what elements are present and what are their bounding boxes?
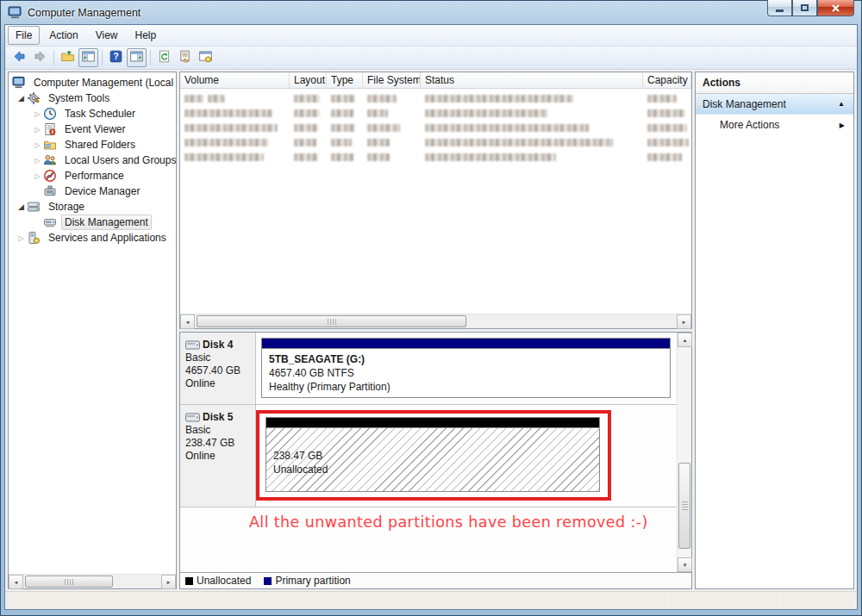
- refresh-icon: [157, 49, 172, 66]
- toolbar-separator: [102, 50, 103, 65]
- tree-item-task-scheduler[interactable]: ▷Task Scheduler: [9, 106, 176, 121]
- title-bar[interactable]: Computer Management: [4, 1, 858, 24]
- menu-help[interactable]: Help: [128, 26, 165, 45]
- expand-collapsed-icon[interactable]: ▷: [32, 172, 43, 180]
- toolbar-separator: [53, 50, 54, 65]
- redacted-text: [208, 95, 225, 103]
- scroll-thumb[interactable]: [678, 463, 690, 549]
- close-button[interactable]: [817, 0, 854, 16]
- actions-header: Actions: [696, 72, 853, 94]
- scroll-down-button[interactable]: ▾: [678, 557, 692, 572]
- folder-up-button[interactable]: [58, 48, 78, 67]
- volume-row-redacted[interactable]: [180, 90, 691, 105]
- graph-vertical-scrollbar[interactable]: ▴ ▾: [677, 333, 691, 572]
- expand-collapsed-icon[interactable]: ▷: [32, 110, 43, 118]
- properties-button[interactable]: [175, 48, 195, 67]
- show-console-tree-button[interactable]: [78, 48, 98, 67]
- redacted-text: [425, 124, 589, 132]
- redacted-text: [647, 95, 677, 103]
- tree-item-storage[interactable]: ◢Storage: [9, 199, 176, 215]
- scroll-left-button[interactable]: ◂: [180, 314, 195, 329]
- partition-body: 5TB_SEAGATE (G:)4657.40 GB NTFSHealthy (…: [262, 349, 670, 397]
- forward-button[interactable]: [30, 48, 50, 67]
- disk-row-disk-5: Disk 5Basic238.47 GBOnline238.47 GBUnall…: [180, 405, 677, 507]
- volume-list-header: VolumeLayoutTypeFile SystemStatusCapacit…: [180, 72, 691, 89]
- tree-horizontal-scrollbar[interactable]: ◂ ▸: [9, 574, 176, 588]
- refresh-button[interactable]: [154, 48, 174, 67]
- scroll-left-button[interactable]: ◂: [9, 575, 23, 589]
- expand-expanded-icon[interactable]: ◢: [16, 202, 27, 211]
- expand-collapsed-icon[interactable]: ▷: [32, 157, 43, 165]
- volume-row-redacted[interactable]: [180, 105, 691, 120]
- expand-collapsed-icon[interactable]: ▷: [32, 126, 43, 134]
- console-settings-button[interactable]: [196, 48, 216, 67]
- scroll-up-button[interactable]: ▴: [678, 333, 692, 347]
- more-actions-item[interactable]: More Actions ▶: [696, 115, 853, 135]
- disk-info-box[interactable]: Disk 5Basic238.47 GBOnline: [180, 405, 256, 507]
- console-tree-panel: Computer Management (Local◢System Tools▷…: [8, 72, 177, 589]
- tree-item-local-users-and-groups[interactable]: ▷Local Users and Groups: [9, 152, 176, 168]
- tree-item-services-and-applications[interactable]: ▷Services and Applications: [9, 230, 176, 246]
- disk-kind: Basic: [185, 424, 250, 437]
- expand-collapsed-icon[interactable]: ▷: [32, 141, 43, 149]
- help-button[interactable]: ?: [106, 48, 126, 67]
- disk-icon: [185, 413, 200, 422]
- partition-color-bar: [266, 418, 599, 428]
- column-header-capacity[interactable]: Capacity: [643, 72, 691, 89]
- tree-item-shared-folders[interactable]: ▷22Shared Folders: [9, 137, 176, 152]
- menu-action[interactable]: Action: [41, 26, 85, 45]
- column-header-layout[interactable]: Layout: [290, 72, 327, 89]
- tree-item-event-viewer[interactable]: ▷Event Viewer: [9, 121, 176, 137]
- volume-row-redacted[interactable]: [180, 134, 691, 149]
- chevron-up-icon[interactable]: ▲: [838, 100, 845, 108]
- disk-info-box[interactable]: Disk 4Basic4657.40 GBOnline: [180, 333, 256, 404]
- redacted-text: [425, 109, 547, 117]
- list-horizontal-scrollbar[interactable]: ◂ ▸: [180, 314, 691, 328]
- redacted-text: [331, 95, 355, 103]
- tree-item-label: Event Viewer: [61, 121, 128, 137]
- maximize-button[interactable]: [792, 0, 817, 16]
- column-header-file-system[interactable]: File System: [363, 72, 421, 89]
- menu-file[interactable]: File: [8, 26, 40, 45]
- redacted-text: [294, 153, 318, 161]
- tree-item-device-manager[interactable]: Device Manager: [9, 184, 176, 199]
- redacted-text: [647, 124, 687, 132]
- menu-view[interactable]: View: [88, 26, 126, 45]
- tree-item-label: Local Users and Groups: [61, 152, 176, 168]
- back-button[interactable]: [9, 48, 29, 67]
- primary-partition[interactable]: 5TB_SEAGATE (G:)4657.40 GB NTFSHealthy (…: [261, 338, 671, 398]
- minimize-button[interactable]: [767, 0, 792, 16]
- partition-size-fs: 4657.40 GB NTFS: [269, 366, 663, 380]
- column-header-status[interactable]: Status: [421, 72, 643, 89]
- unallocated-partition[interactable]: 238.47 GBUnallocated: [265, 417, 600, 492]
- actions-panel: Actions Disk Management ▲ More Actions ▶: [695, 72, 854, 589]
- volume-row-redacted[interactable]: [180, 120, 691, 134]
- scroll-thumb[interactable]: [25, 576, 113, 588]
- tree-item-performance[interactable]: ▷Performance: [9, 168, 176, 184]
- show-console-tree-icon: [81, 49, 96, 66]
- scroll-right-button[interactable]: ▸: [677, 314, 691, 329]
- tree-item-system-tools[interactable]: ◢System Tools: [9, 90, 176, 106]
- expand-expanded-icon[interactable]: ◢: [16, 94, 27, 103]
- legend-swatch: [185, 577, 193, 585]
- disk-kind: Basic: [185, 352, 250, 364]
- disk-status: Online: [185, 377, 250, 390]
- expand-collapsed-icon[interactable]: ▷: [16, 234, 27, 242]
- actions-group-disk-management[interactable]: Disk Management ▲: [696, 94, 853, 115]
- chevron-right-icon: ▶: [840, 121, 845, 129]
- tree-item-disk-management[interactable]: Disk Management: [9, 215, 176, 230]
- tree-item-computer-management-local[interactable]: Computer Management (Local: [9, 75, 176, 90]
- redacted-text: [294, 109, 320, 117]
- disk-row-disk-4: Disk 4Basic4657.40 GBOnline5TB_SEAGATE (…: [180, 333, 677, 405]
- column-header-type[interactable]: Type: [327, 72, 363, 89]
- disk-name-label: Disk 4: [203, 339, 233, 352]
- show-action-pane-button[interactable]: [127, 48, 147, 67]
- scroll-thumb[interactable]: [197, 315, 466, 327]
- column-header-volume[interactable]: Volume: [180, 72, 290, 89]
- scroll-right-button[interactable]: ▸: [161, 575, 176, 589]
- disk-graph-pane: Disk 4Basic4657.40 GBOnline5TB_SEAGATE (…: [179, 332, 692, 589]
- disk-list: Disk 4Basic4657.40 GBOnline5TB_SEAGATE (…: [180, 333, 677, 572]
- volume-row-redacted[interactable]: [180, 149, 691, 164]
- redacted-text: [184, 109, 272, 117]
- tree-item-label: Storage: [45, 199, 88, 215]
